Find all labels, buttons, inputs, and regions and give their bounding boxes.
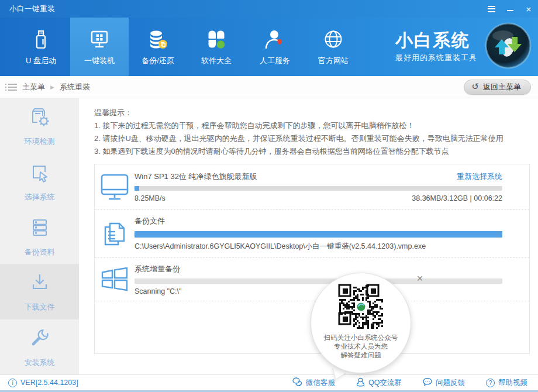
nav-label: 备份/还原 [142, 56, 174, 66]
nav-item-website[interactable]: 官方网站 [304, 18, 363, 76]
qr-line-2: 专业技术人员为您 [324, 342, 398, 351]
qq-group-link[interactable]: QQ交流群 [356, 377, 402, 388]
version-text: VER[2.5.44.1203] [20, 379, 78, 387]
tips-block: 温馨提示： 1. 接下来的过程无需您的干预，程序会帮助您自动完成剩下的步骤，您可… [79, 98, 538, 158]
sidebar-label: 备份资料 [25, 247, 55, 257]
qr-line-1: 扫码关注小白系统公众号 [324, 333, 398, 342]
tip-line-3: 3. 如果遇到下载速度为0的情况时请耐心等待几分钟，服务器会自动根据您当前网络位… [94, 145, 526, 158]
brand-text: 小白系统 最好用的系统重装工具 [395, 30, 477, 63]
incremental-status: Scanning "C:\" [134, 287, 181, 295]
wrench-icon [27, 326, 52, 353]
backup-progress-bar [134, 231, 502, 238]
help-video-link[interactable]: ? 帮助视频 [486, 378, 527, 388]
brand-area: 小白系统 最好用的系统重装工具 [395, 18, 538, 76]
backup-body: 备份文件 C:\Users\Administrator.6GYGLI5KAOYG… [134, 216, 529, 252]
documents-icon [95, 219, 134, 249]
nav-label: 软件大全 [201, 56, 232, 66]
sidebar-item-env-check[interactable]: 环境检测 [0, 98, 79, 153]
incremental-progress-bar [134, 278, 502, 284]
qq-penguin-icon [356, 377, 365, 388]
minimize-button[interactable] [501, 0, 519, 18]
qr-popup-text: 扫码关注小白系统公众号 专业技术人员为您 解答疑难问题 [324, 333, 398, 360]
reselect-system-link[interactable]: 重新选择系统 [457, 171, 502, 182]
breadcrumb-bar: 主菜单 ▶ 系统重装 ↺ 返回主菜单 [0, 76, 538, 98]
sidebar-item-backup-data[interactable]: 备份资料 [0, 209, 79, 264]
nav-item-software[interactable]: 软件大全 [187, 18, 246, 76]
person-heart-icon [263, 28, 287, 51]
footer-link-label: 帮助视频 [498, 378, 527, 388]
globe-icon [322, 28, 345, 51]
footer-link-label: QQ交流群 [368, 378, 402, 388]
qr-line-3: 解答疑难问题 [324, 351, 398, 360]
sidebar-item-install-system[interactable]: 安装系统 [0, 319, 79, 374]
qr-code [337, 283, 385, 331]
tip-line-1: 1. 接下来的过程无需您的干预，程序会帮助您自动完成剩下的步骤，您可以离开电脑稍… [94, 119, 526, 132]
sidebar-label: 环境检测 [25, 136, 55, 147]
nav-item-usb-boot[interactable]: U 盘启动 [12, 18, 70, 76]
sidebar-item-select-system[interactable]: 选择系统 [0, 153, 79, 208]
info-icon: i [8, 379, 17, 387]
nav-label: U 盘启动 [26, 56, 56, 66]
nav-item-backup-restore[interactable]: 备份/还原 [129, 18, 187, 76]
select-system-icon [27, 160, 52, 187]
nav-item-one-click-install[interactable]: 一键装机 [70, 18, 129, 76]
backup-section: 备份文件 C:\Users\Administrator.6GYGLI5KAOYG… [95, 210, 529, 258]
download-progress-fill [134, 186, 139, 191]
brand-tagline: 最好用的系统重装工具 [395, 53, 477, 63]
qr-popup-close-icon[interactable]: × [413, 271, 427, 286]
back-to-main-menu-button[interactable]: ↺ 返回主菜单 [464, 80, 531, 95]
chat-bubble-icon [423, 377, 432, 388]
version-area: i VER[2.5.44.1203] [8, 379, 78, 387]
database-icon [146, 28, 170, 51]
footer-bar: i VER[2.5.44.1203] 微信客服 [0, 374, 538, 392]
wechat-support-link[interactable]: 微信客服 [292, 377, 335, 388]
feedback-link[interactable]: 问题反馈 [423, 377, 465, 388]
windows-logo-icon [95, 266, 134, 293]
breadcrumb-root[interactable]: 主菜单 [22, 82, 45, 92]
chevron-right-icon: ▶ [50, 84, 54, 90]
download-progress-text: 38.36MB/3.12GB | 00:06:22 [412, 194, 502, 202]
sidebar-label: 下载文件 [25, 302, 55, 312]
footer-link-label: 问题反馈 [436, 378, 465, 388]
menu-icon[interactable] [482, 0, 501, 18]
wechat-icon [292, 377, 302, 388]
header-nav: U 盘启动 一键装机 [0, 18, 538, 76]
title-bar: 小白一键重装 × [0, 0, 538, 18]
app-window: 小白一键重装 × U 盘启动 [0, 0, 538, 392]
download-speed: 8.25MB/s [134, 194, 165, 202]
download-progress-bar [134, 186, 502, 191]
incremental-backup-section: 系统增量备份 Scanning "C:\" [95, 258, 529, 301]
nav-label: 一键装机 [84, 56, 115, 66]
window-title: 小白一键重装 [0, 4, 55, 14]
back-arrow-icon: ↺ [471, 82, 479, 91]
body: 环境检测 选择系统 [0, 98, 538, 374]
download-body: Win7 SP1 32位 纯净绿色旗舰最新版 重新选择系统 8.25MB/s 3… [134, 171, 529, 202]
list-icon [8, 84, 17, 91]
download-icon [27, 270, 52, 297]
incremental-title: 系统增量备份 [134, 264, 180, 274]
backup-progress-fill [134, 231, 502, 238]
usb-drive-icon [29, 28, 53, 51]
brand-logo-icon [484, 22, 532, 72]
close-button[interactable]: × [519, 0, 538, 18]
window-controls: × [482, 0, 538, 18]
nav-label: 官方网站 [318, 56, 349, 66]
download-section: Win7 SP1 32位 纯净绿色旗舰最新版 重新选择系统 8.25MB/s 3… [95, 164, 529, 210]
nav-item-support[interactable]: 人工服务 [246, 18, 304, 76]
breadcrumb-current: 系统重装 [60, 82, 90, 92]
sidebar: 环境检测 选择系统 [0, 98, 79, 374]
back-button-label: 返回主菜单 [483, 82, 521, 92]
main-content: 温馨提示： 1. 接下来的过程无需您的干预，程序会帮助您自动完成剩下的步骤，您可… [79, 98, 538, 374]
sidebar-item-download-files[interactable]: 下载文件 [0, 264, 79, 319]
sidebar-label: 选择系统 [25, 192, 55, 202]
brand-name: 小白系统 [395, 30, 477, 51]
tip-line-2: 2. 请拔掉U盘、移动硬盘，退出光驱内的光盘，并保证系统重装过程不断电。否则重装… [94, 132, 526, 145]
monitor-icon [95, 173, 134, 202]
question-icon: ? [486, 379, 495, 387]
tips-title: 温馨提示： [94, 106, 526, 119]
footer-links: 微信客服 QQ交流群 [292, 377, 527, 388]
backup-title: 备份文件 [134, 216, 165, 226]
download-title: Win7 SP1 32位 纯净绿色旗舰最新版 [134, 171, 257, 182]
footer-link-label: 微信客服 [306, 378, 335, 388]
qr-popup: 扫码关注小白系统公众号 专业技术人员为您 解答疑难问题 [311, 273, 411, 373]
